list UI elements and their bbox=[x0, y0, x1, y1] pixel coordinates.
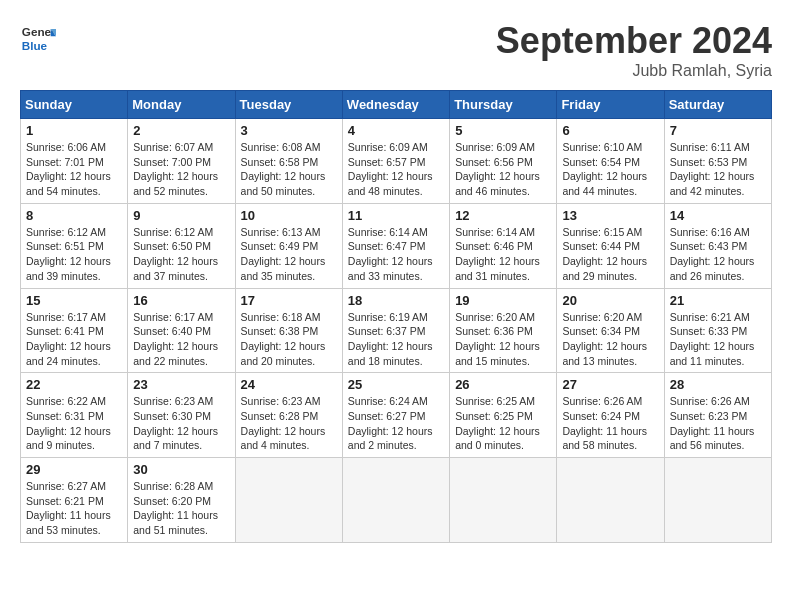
calendar-cell bbox=[450, 458, 557, 543]
day-number: 2 bbox=[133, 123, 229, 138]
day-info: Sunrise: 6:12 AM Sunset: 6:50 PM Dayligh… bbox=[133, 225, 229, 284]
header-day-wednesday: Wednesday bbox=[342, 91, 449, 119]
week-row-4: 22 Sunrise: 6:22 AM Sunset: 6:31 PM Dayl… bbox=[21, 373, 772, 458]
calendar-cell: 25 Sunrise: 6:24 AM Sunset: 6:27 PM Dayl… bbox=[342, 373, 449, 458]
day-info: Sunrise: 6:19 AM Sunset: 6:37 PM Dayligh… bbox=[348, 310, 444, 369]
calendar-cell: 12 Sunrise: 6:14 AM Sunset: 6:46 PM Dayl… bbox=[450, 203, 557, 288]
calendar-cell: 22 Sunrise: 6:22 AM Sunset: 6:31 PM Dayl… bbox=[21, 373, 128, 458]
calendar-cell: 21 Sunrise: 6:21 AM Sunset: 6:33 PM Dayl… bbox=[664, 288, 771, 373]
header-day-friday: Friday bbox=[557, 91, 664, 119]
day-number: 21 bbox=[670, 293, 766, 308]
day-number: 15 bbox=[26, 293, 122, 308]
calendar-cell: 7 Sunrise: 6:11 AM Sunset: 6:53 PM Dayli… bbox=[664, 119, 771, 204]
day-number: 27 bbox=[562, 377, 658, 392]
day-number: 24 bbox=[241, 377, 337, 392]
header-day-tuesday: Tuesday bbox=[235, 91, 342, 119]
title-area: September 2024 Jubb Ramlah, Syria bbox=[496, 20, 772, 80]
month-title: September 2024 bbox=[496, 20, 772, 62]
day-number: 26 bbox=[455, 377, 551, 392]
day-info: Sunrise: 6:17 AM Sunset: 6:40 PM Dayligh… bbox=[133, 310, 229, 369]
calendar-cell: 13 Sunrise: 6:15 AM Sunset: 6:44 PM Dayl… bbox=[557, 203, 664, 288]
day-number: 22 bbox=[26, 377, 122, 392]
week-row-5: 29 Sunrise: 6:27 AM Sunset: 6:21 PM Dayl… bbox=[21, 458, 772, 543]
week-row-3: 15 Sunrise: 6:17 AM Sunset: 6:41 PM Dayl… bbox=[21, 288, 772, 373]
day-number: 5 bbox=[455, 123, 551, 138]
day-info: Sunrise: 6:26 AM Sunset: 6:24 PM Dayligh… bbox=[562, 394, 658, 453]
calendar-cell: 11 Sunrise: 6:14 AM Sunset: 6:47 PM Dayl… bbox=[342, 203, 449, 288]
calendar-cell: 10 Sunrise: 6:13 AM Sunset: 6:49 PM Dayl… bbox=[235, 203, 342, 288]
day-number: 19 bbox=[455, 293, 551, 308]
day-info: Sunrise: 6:11 AM Sunset: 6:53 PM Dayligh… bbox=[670, 140, 766, 199]
day-info: Sunrise: 6:26 AM Sunset: 6:23 PM Dayligh… bbox=[670, 394, 766, 453]
day-info: Sunrise: 6:23 AM Sunset: 6:30 PM Dayligh… bbox=[133, 394, 229, 453]
day-number: 28 bbox=[670, 377, 766, 392]
day-number: 9 bbox=[133, 208, 229, 223]
calendar-cell: 30 Sunrise: 6:28 AM Sunset: 6:20 PM Dayl… bbox=[128, 458, 235, 543]
calendar-cell: 20 Sunrise: 6:20 AM Sunset: 6:34 PM Dayl… bbox=[557, 288, 664, 373]
day-info: Sunrise: 6:23 AM Sunset: 6:28 PM Dayligh… bbox=[241, 394, 337, 453]
header-day-monday: Monday bbox=[128, 91, 235, 119]
logo-icon: General Blue bbox=[20, 20, 56, 56]
calendar-cell: 27 Sunrise: 6:26 AM Sunset: 6:24 PM Dayl… bbox=[557, 373, 664, 458]
calendar-cell bbox=[664, 458, 771, 543]
day-number: 1 bbox=[26, 123, 122, 138]
day-info: Sunrise: 6:09 AM Sunset: 6:56 PM Dayligh… bbox=[455, 140, 551, 199]
day-info: Sunrise: 6:24 AM Sunset: 6:27 PM Dayligh… bbox=[348, 394, 444, 453]
day-info: Sunrise: 6:06 AM Sunset: 7:01 PM Dayligh… bbox=[26, 140, 122, 199]
day-info: Sunrise: 6:25 AM Sunset: 6:25 PM Dayligh… bbox=[455, 394, 551, 453]
day-info: Sunrise: 6:21 AM Sunset: 6:33 PM Dayligh… bbox=[670, 310, 766, 369]
day-info: Sunrise: 6:09 AM Sunset: 6:57 PM Dayligh… bbox=[348, 140, 444, 199]
day-number: 6 bbox=[562, 123, 658, 138]
day-number: 20 bbox=[562, 293, 658, 308]
calendar-cell: 2 Sunrise: 6:07 AM Sunset: 7:00 PM Dayli… bbox=[128, 119, 235, 204]
day-number: 4 bbox=[348, 123, 444, 138]
day-info: Sunrise: 6:13 AM Sunset: 6:49 PM Dayligh… bbox=[241, 225, 337, 284]
day-number: 16 bbox=[133, 293, 229, 308]
calendar-cell: 15 Sunrise: 6:17 AM Sunset: 6:41 PM Dayl… bbox=[21, 288, 128, 373]
day-number: 11 bbox=[348, 208, 444, 223]
day-number: 25 bbox=[348, 377, 444, 392]
calendar-cell: 16 Sunrise: 6:17 AM Sunset: 6:40 PM Dayl… bbox=[128, 288, 235, 373]
calendar-cell: 14 Sunrise: 6:16 AM Sunset: 6:43 PM Dayl… bbox=[664, 203, 771, 288]
day-number: 30 bbox=[133, 462, 229, 477]
logo: General Blue bbox=[20, 20, 56, 56]
page-header: General Blue September 2024 Jubb Ramlah,… bbox=[20, 20, 772, 80]
day-number: 8 bbox=[26, 208, 122, 223]
svg-text:Blue: Blue bbox=[22, 39, 48, 52]
calendar-cell: 28 Sunrise: 6:26 AM Sunset: 6:23 PM Dayl… bbox=[664, 373, 771, 458]
calendar-cell: 17 Sunrise: 6:18 AM Sunset: 6:38 PM Dayl… bbox=[235, 288, 342, 373]
calendar-cell: 5 Sunrise: 6:09 AM Sunset: 6:56 PM Dayli… bbox=[450, 119, 557, 204]
calendar-cell: 3 Sunrise: 6:08 AM Sunset: 6:58 PM Dayli… bbox=[235, 119, 342, 204]
calendar-cell: 24 Sunrise: 6:23 AM Sunset: 6:28 PM Dayl… bbox=[235, 373, 342, 458]
day-info: Sunrise: 6:14 AM Sunset: 6:47 PM Dayligh… bbox=[348, 225, 444, 284]
day-info: Sunrise: 6:20 AM Sunset: 6:36 PM Dayligh… bbox=[455, 310, 551, 369]
day-info: Sunrise: 6:15 AM Sunset: 6:44 PM Dayligh… bbox=[562, 225, 658, 284]
calendar-table: SundayMondayTuesdayWednesdayThursdayFrid… bbox=[20, 90, 772, 543]
calendar-cell: 8 Sunrise: 6:12 AM Sunset: 6:51 PM Dayli… bbox=[21, 203, 128, 288]
header-day-sunday: Sunday bbox=[21, 91, 128, 119]
calendar-cell: 9 Sunrise: 6:12 AM Sunset: 6:50 PM Dayli… bbox=[128, 203, 235, 288]
day-info: Sunrise: 6:27 AM Sunset: 6:21 PM Dayligh… bbox=[26, 479, 122, 538]
day-number: 18 bbox=[348, 293, 444, 308]
location-title: Jubb Ramlah, Syria bbox=[496, 62, 772, 80]
calendar-cell: 6 Sunrise: 6:10 AM Sunset: 6:54 PM Dayli… bbox=[557, 119, 664, 204]
day-number: 14 bbox=[670, 208, 766, 223]
day-number: 29 bbox=[26, 462, 122, 477]
day-info: Sunrise: 6:12 AM Sunset: 6:51 PM Dayligh… bbox=[26, 225, 122, 284]
header-row: SundayMondayTuesdayWednesdayThursdayFrid… bbox=[21, 91, 772, 119]
day-number: 12 bbox=[455, 208, 551, 223]
calendar-cell: 4 Sunrise: 6:09 AM Sunset: 6:57 PM Dayli… bbox=[342, 119, 449, 204]
week-row-1: 1 Sunrise: 6:06 AM Sunset: 7:01 PM Dayli… bbox=[21, 119, 772, 204]
day-info: Sunrise: 6:20 AM Sunset: 6:34 PM Dayligh… bbox=[562, 310, 658, 369]
calendar-cell bbox=[235, 458, 342, 543]
header-day-saturday: Saturday bbox=[664, 91, 771, 119]
day-number: 23 bbox=[133, 377, 229, 392]
day-number: 7 bbox=[670, 123, 766, 138]
calendar-cell: 26 Sunrise: 6:25 AM Sunset: 6:25 PM Dayl… bbox=[450, 373, 557, 458]
day-info: Sunrise: 6:14 AM Sunset: 6:46 PM Dayligh… bbox=[455, 225, 551, 284]
calendar-cell: 19 Sunrise: 6:20 AM Sunset: 6:36 PM Dayl… bbox=[450, 288, 557, 373]
day-number: 10 bbox=[241, 208, 337, 223]
day-number: 13 bbox=[562, 208, 658, 223]
calendar-cell bbox=[342, 458, 449, 543]
calendar-cell: 29 Sunrise: 6:27 AM Sunset: 6:21 PM Dayl… bbox=[21, 458, 128, 543]
